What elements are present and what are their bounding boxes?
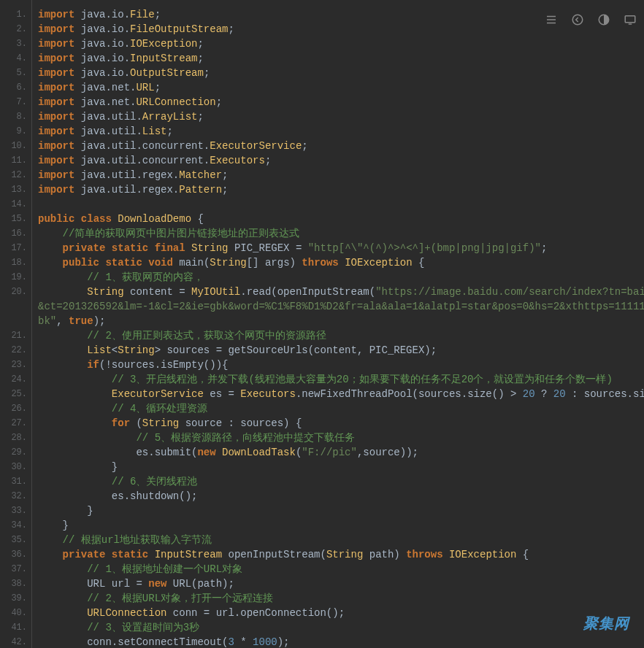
list-icon[interactable]: [545, 13, 558, 26]
comment: //简单的获取网页中图片图片链接地址的正则表达式: [63, 228, 300, 239]
line-number: 1.: [3, 7, 27, 22]
line-number: 28.: [3, 431, 27, 445]
line-number: 24.: [3, 372, 27, 387]
line-number: 12.: [3, 168, 27, 182]
line-number: 29.: [3, 445, 27, 460]
line-number: 38.: [3, 576, 27, 591]
line-number: 25.: [3, 387, 27, 401]
line-number: 37.: [3, 562, 27, 576]
line-number: 21.: [3, 328, 27, 343]
line-number: 8.: [3, 109, 27, 124]
keyword: import: [38, 9, 74, 20]
line-number: 30.: [3, 460, 27, 474]
line-number: 36.: [3, 547, 27, 562]
line-number-gutter: 1.2.3.4.5.6.7.8.9.10.11.12.13.14.15.16.1…: [0, 0, 32, 648]
contrast-icon[interactable]: [597, 13, 610, 26]
line-number: 23.: [3, 358, 27, 372]
line-number: 39.: [3, 591, 27, 606]
line-number: 34.: [3, 518, 27, 533]
line-number: 2.: [3, 22, 27, 36]
line-number: 42.: [3, 635, 27, 648]
line-number: 19.: [3, 270, 27, 285]
line-number: 16.: [3, 226, 27, 241]
toolbar: [545, 13, 637, 26]
line-number: 4.: [3, 51, 27, 66]
line-number: 20.: [3, 285, 27, 299]
svg-rect-5: [625, 16, 635, 23]
display-icon[interactable]: [624, 13, 637, 26]
code-editor: 1.2.3.4.5.6.7.8.9.10.11.12.13.14.15.16.1…: [0, 0, 644, 648]
line-number: 31.: [3, 474, 27, 489]
line-number: 14.: [3, 197, 27, 212]
line-number: 22.: [3, 343, 27, 358]
line-number: 33.: [3, 504, 27, 518]
line-number: 5.: [3, 66, 27, 80]
line-number: 7.: [3, 95, 27, 109]
line-number: 32.: [3, 489, 27, 504]
code-area[interactable]: import java.io.File; import java.io.File…: [32, 0, 644, 648]
arrow-left-icon[interactable]: [571, 13, 584, 26]
svg-point-3: [572, 15, 583, 25]
line-number: 9.: [3, 124, 27, 139]
line-number: 17.: [3, 241, 27, 255]
line-number: 6.: [3, 80, 27, 95]
line-number: 27.: [3, 416, 27, 431]
line-number: 35.: [3, 533, 27, 547]
line-number: 40.: [3, 606, 27, 620]
line-number: 13.: [3, 182, 27, 197]
line-number: 10.: [3, 139, 27, 153]
line-number: [3, 314, 27, 328]
line-number: 26.: [3, 401, 27, 416]
line-number: 41.: [3, 620, 27, 635]
watermark: 聚集网: [583, 614, 629, 633]
line-number: 18.: [3, 255, 27, 270]
line-number: 15.: [3, 212, 27, 226]
line-number: 3.: [3, 36, 27, 51]
line-number: [3, 299, 27, 314]
line-number: 11.: [3, 153, 27, 168]
